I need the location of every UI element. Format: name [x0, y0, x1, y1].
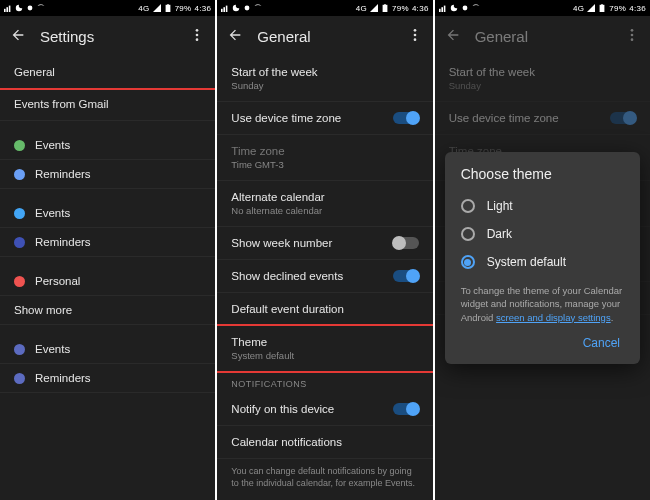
svg-point-24	[631, 29, 634, 32]
option-light[interactable]: Light	[461, 192, 624, 220]
svg-rect-1	[6, 7, 8, 12]
phone-theme-dialog: ⌒ 4G 79% 4:36 General Start of the week …	[435, 0, 650, 500]
svg-rect-13	[383, 5, 388, 12]
option-system-default[interactable]: System default	[461, 248, 624, 276]
battery-percent: 79%	[609, 4, 626, 13]
battery-percent: 79%	[392, 4, 409, 13]
color-dot	[14, 373, 25, 384]
clock-time: 4:36	[412, 4, 429, 13]
row-declined-events[interactable]: Show declined events	[217, 260, 432, 293]
svg-point-26	[631, 38, 634, 41]
svg-point-17	[413, 38, 416, 41]
svg-rect-18	[439, 9, 441, 12]
app-bar: Settings	[0, 16, 215, 56]
battery-icon	[381, 4, 389, 12]
radio-icon	[461, 227, 475, 241]
svg-point-21	[462, 6, 467, 11]
row-notify-device[interactable]: Notify on this device	[217, 393, 432, 426]
row-reminders-2[interactable]: Reminders	[0, 228, 215, 257]
theme-dialog: Choose theme Light Dark System default T…	[445, 152, 640, 364]
row-reminders-3[interactable]: Reminders	[0, 364, 215, 393]
cell-icon	[587, 4, 595, 12]
color-dot	[14, 169, 25, 180]
cancel-button[interactable]: Cancel	[579, 330, 624, 356]
status-bar: ⌒ 4G 79% 4:36	[217, 0, 432, 16]
radio-icon	[461, 255, 475, 269]
switch-device-timezone	[610, 112, 636, 124]
moon-icon	[232, 4, 240, 12]
network-4g-label: 4G	[356, 4, 367, 13]
general-list: Start of the week Sunday Use device time…	[217, 56, 432, 500]
svg-rect-23	[601, 4, 603, 5]
switch-notify-device[interactable]	[393, 403, 419, 415]
row-cal-events-3[interactable]: Events	[0, 335, 215, 364]
row-reminders-1[interactable]: Reminders	[0, 160, 215, 189]
status-bar: ⌒ 4G 79% 4:36	[435, 0, 650, 16]
arc-icon: ⌒	[472, 3, 480, 14]
phone-settings: ⌒ 4G 79% 4:36 Settings General Events fr…	[0, 0, 215, 500]
switch-week-number[interactable]	[393, 237, 419, 249]
back-icon[interactable]	[227, 27, 243, 45]
overflow-icon[interactable]	[624, 27, 640, 45]
row-events-gmail[interactable]: Events from Gmail	[0, 88, 215, 121]
overflow-icon[interactable]	[407, 27, 423, 45]
row-week-number[interactable]: Show week number	[217, 227, 432, 260]
signal-icon	[4, 4, 12, 12]
arc-icon: ⌒	[254, 3, 262, 14]
notifications-help-text: You can change default notifications by …	[217, 459, 432, 500]
page-title: General	[475, 28, 610, 45]
row-calendar-notifications[interactable]: Calendar notifications	[217, 426, 432, 459]
row-device-timezone[interactable]: Use device time zone	[217, 102, 432, 135]
overflow-icon[interactable]	[189, 27, 205, 45]
back-icon[interactable]	[10, 27, 26, 45]
svg-rect-22	[600, 5, 605, 12]
row-personal[interactable]: Personal	[0, 267, 215, 296]
svg-rect-10	[224, 7, 226, 12]
row-default-duration[interactable]: Default event duration	[217, 293, 432, 326]
row-general[interactable]: General	[0, 56, 215, 90]
svg-point-15	[413, 29, 416, 32]
row-theme[interactable]: Theme System default	[217, 324, 432, 373]
cell-icon	[153, 4, 161, 12]
signal-icon	[221, 4, 229, 12]
svg-rect-19	[441, 7, 443, 12]
dialog-title: Choose theme	[461, 166, 624, 182]
camera-icon	[26, 4, 34, 12]
svg-point-3	[28, 6, 33, 11]
clock-time: 4:36	[629, 4, 646, 13]
color-dot	[14, 344, 25, 355]
phone-general: ⌒ 4G 79% 4:36 General Start of the week …	[217, 0, 432, 500]
arc-icon: ⌒	[37, 3, 45, 14]
svg-rect-20	[443, 6, 445, 12]
section-notifications: Notifications	[217, 371, 432, 393]
row-cal-events-2[interactable]: Events	[0, 199, 215, 228]
switch-device-timezone[interactable]	[393, 112, 419, 124]
row-timezone: Time zone Time GMT-3	[217, 135, 432, 181]
svg-point-8	[196, 38, 199, 41]
svg-rect-14	[384, 4, 386, 5]
moon-icon	[450, 4, 458, 12]
svg-rect-5	[167, 4, 169, 5]
color-dot	[14, 140, 25, 151]
row-alternate-calendar[interactable]: Alternate calendar No alternate calendar	[217, 181, 432, 227]
back-icon[interactable]	[445, 27, 461, 45]
camera-icon	[461, 4, 469, 12]
page-title: General	[257, 28, 392, 45]
camera-icon	[243, 4, 251, 12]
display-settings-link[interactable]: screen and display settings	[496, 312, 611, 323]
app-bar: General	[217, 16, 432, 56]
signal-icon	[439, 4, 447, 12]
row-device-timezone: Use device time zone	[435, 102, 650, 135]
svg-point-16	[413, 34, 416, 37]
switch-declined-events[interactable]	[393, 270, 419, 282]
svg-point-12	[245, 6, 250, 11]
color-dot	[14, 276, 25, 287]
status-bar: ⌒ 4G 79% 4:36	[0, 0, 215, 16]
option-dark[interactable]: Dark	[461, 220, 624, 248]
svg-rect-9	[221, 9, 223, 12]
row-start-week[interactable]: Start of the week Sunday	[217, 56, 432, 102]
svg-point-6	[196, 29, 199, 32]
row-show-more[interactable]: Show more	[0, 296, 215, 325]
row-cal-events-1[interactable]: Events	[0, 131, 215, 160]
svg-rect-0	[4, 9, 6, 12]
